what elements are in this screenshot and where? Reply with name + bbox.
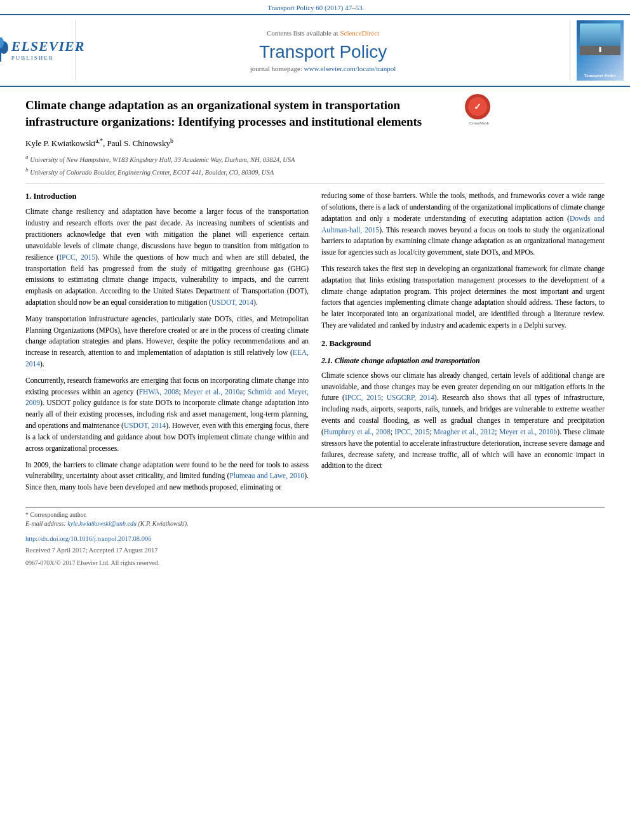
- right-column: reducing some of those barriers. While t…: [321, 190, 605, 498]
- contents-line: Contents lists available at ScienceDirec…: [267, 29, 379, 37]
- sciencedirect-link[interactable]: ScienceDirect: [340, 29, 379, 37]
- email-link[interactable]: kyle.kwiatkowski@unh.edu: [67, 520, 137, 527]
- cover-title-text: Transport Policy: [584, 73, 616, 78]
- ref-ipcc-2015b[interactable]: IPCC, 2015: [345, 394, 381, 401]
- ref-fhwa-2008[interactable]: FHWA, 2008: [139, 388, 179, 396]
- intro-para-1: Climate change resiliency and adaptation…: [25, 206, 309, 308]
- ref-dowds-2015[interactable]: Dowds and Aultman-hall, 2015: [321, 215, 605, 234]
- page-wrapper: Transport Policy 60 (2017) 47–53 ELSEVIE…: [0, 0, 630, 840]
- journal-cover-image: Transport Policy: [570, 20, 624, 81]
- cover-thumbnail: Transport Policy: [577, 20, 624, 81]
- ref-humphrey-2008[interactable]: Humphrey et al., 2008: [324, 428, 391, 436]
- intro-para-3: Concurrently, research frameworks are em…: [25, 375, 309, 455]
- author-2-name: Paul S. Chinowsky: [107, 139, 170, 149]
- article-area: Climate change adaptation as an organiza…: [0, 87, 630, 573]
- article-title: Climate change adaptation as an organiza…: [25, 97, 457, 130]
- affiliations: a University of New Hampshire, W183 King…: [25, 153, 605, 178]
- homepage-url[interactable]: www.elsevier.com/locate/tranpol: [304, 65, 396, 72]
- received-dates: Received 7 April 2017; Accepted 17 Augus…: [25, 545, 605, 556]
- background-para-1: Climate science shows our climate has al…: [321, 370, 605, 472]
- title-row: Climate change adaptation as an organiza…: [25, 97, 605, 137]
- copyright-text: 0967-070X/© 2017 Elsevier Ltd. All right…: [25, 559, 605, 566]
- journal-title: Transport Policy: [259, 42, 387, 62]
- ref-eea-2014[interactable]: EEA, 2014: [25, 349, 309, 368]
- ref-usdot-2014a[interactable]: USDOT, 2014: [211, 298, 253, 306]
- doi-link[interactable]: http://dx.doi.org/10.1016/j.tranpol.2017…: [25, 533, 605, 545]
- bottom-links: http://dx.doi.org/10.1016/j.tranpol.2017…: [25, 533, 605, 556]
- crossmark-label: CrossMark: [465, 121, 493, 126]
- footnote-star: * Corresponding author.: [25, 511, 605, 518]
- elsevier-logo-area: ELSEVIER publisher: [6, 20, 76, 81]
- ref-usdot-2014b[interactable]: USDOT, 2014: [124, 422, 166, 429]
- homepage-line: journal homepage: www.elsevier.com/locat…: [250, 65, 396, 72]
- ref-ipcc-2015c[interactable]: IPCC, 2015: [394, 428, 429, 436]
- elsevier-sub-text: publisher: [11, 55, 85, 61]
- journal-header: ELSEVIER publisher Contents lists availa…: [0, 14, 630, 87]
- ref-plumeau-2010[interactable]: Plumeau and Lawe, 2010: [229, 472, 304, 479]
- left-column: 1. Introduction Climate change resilienc…: [25, 190, 309, 498]
- ref-ipcc-2015[interactable]: IPCC, 2015: [59, 253, 95, 261]
- ref-meagher-2012[interactable]: Meagher et al., 2012: [434, 428, 495, 436]
- footnote-area: * Corresponding author. E-mail address: …: [25, 507, 605, 527]
- journal-reference-text: Transport Policy 60 (2017) 47–53: [267, 4, 362, 11]
- author-1-name: Kyle P. Kwiatkowski: [25, 139, 95, 149]
- background-heading: 2. Background: [321, 338, 605, 350]
- journal-reference-bar: Transport Policy 60 (2017) 47–53: [0, 0, 630, 14]
- authors-line: Kyle P. Kwiatkowskia,*, Paul S. Chinowsk…: [25, 137, 605, 149]
- affil-1: a University of New Hampshire, W183 King…: [25, 153, 605, 164]
- elsevier-tree-icon: [0, 37, 9, 62]
- right-para-2: This research takes the first step in de…: [321, 263, 605, 331]
- ref-usgcrp-2014[interactable]: USGCRP, 2014: [387, 394, 434, 401]
- journal-center-info: Contents lists available at ScienceDirec…: [76, 20, 570, 81]
- footnote-email: E-mail address: kyle.kwiatkowski@unh.edu…: [25, 520, 605, 527]
- divider: [25, 183, 605, 184]
- affil-2: b University of Colorado Boulder, Engine…: [25, 166, 605, 177]
- elsevier-logo-text: ELSEVIER: [11, 38, 85, 55]
- intro-para-4: In 2009, the barriers to climate change …: [25, 460, 309, 493]
- right-para-1: reducing some of those barriers. While t…: [321, 190, 605, 258]
- intro-para-2: Many transportation infrastructure agenc…: [25, 314, 309, 370]
- intro-heading: 1. Introduction: [25, 190, 309, 203]
- crossmark-badge[interactable]: ✓ CrossMark: [465, 94, 493, 123]
- ref-meyer-2010b[interactable]: Meyer et al., 2010b: [499, 428, 557, 436]
- ref-meyer-2010a[interactable]: Meyer et al., 2010a: [184, 388, 243, 396]
- main-content: 1. Introduction Climate change resilienc…: [25, 190, 605, 498]
- background-subheading: 2.1. Climate change adaptation and trans…: [321, 355, 605, 367]
